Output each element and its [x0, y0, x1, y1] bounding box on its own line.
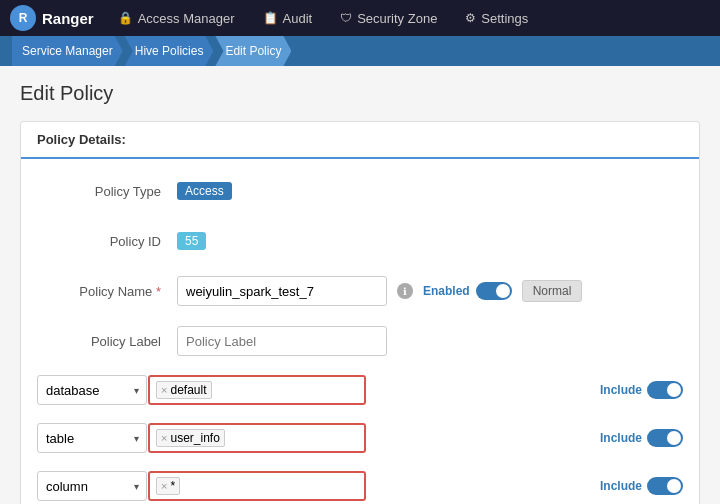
database-select-wrapper: database ▾: [37, 375, 127, 405]
column-include-knob: [667, 479, 681, 493]
column-tag-input[interactable]: × *: [148, 471, 366, 501]
brand-logo[interactable]: R Ranger: [10, 5, 94, 31]
nav-settings[interactable]: ⚙ Settings: [451, 0, 542, 36]
column-include-container: Include: [600, 477, 683, 495]
database-include-label: Include: [600, 383, 642, 397]
policy-id-row: Policy ID 55: [37, 225, 683, 257]
enabled-toggle[interactable]: [476, 282, 512, 300]
table-include-container: Include: [600, 429, 683, 447]
database-select[interactable]: database: [37, 375, 147, 405]
column-include-label: Include: [600, 479, 642, 493]
lock-icon: 🔒: [118, 11, 133, 25]
policy-type-row: Policy Type Access: [37, 175, 683, 207]
nav-audit[interactable]: 📋 Audit: [249, 0, 327, 36]
column-tag-input-field[interactable]: [183, 479, 358, 493]
database-include-knob: [667, 383, 681, 397]
column-include-toggle[interactable]: [647, 477, 683, 495]
table-select[interactable]: table: [37, 423, 147, 453]
table-tag-input[interactable]: × user_info: [148, 423, 366, 453]
brand-icon: R: [10, 5, 36, 31]
shield-icon: 🛡: [340, 11, 352, 25]
audit-icon: 📋: [263, 11, 278, 25]
policy-type-label: Policy Type: [37, 184, 177, 199]
column-tag-label: *: [171, 479, 176, 493]
nav-access-manager-label: Access Manager: [138, 11, 235, 26]
table-include-knob: [667, 431, 681, 445]
resource-row-table: table ▾ * × user_info: [37, 423, 683, 453]
brand-name: Ranger: [42, 10, 94, 27]
policy-label-row: Policy Label: [37, 325, 683, 357]
nav-settings-label: Settings: [481, 11, 528, 26]
table-select-wrapper: table ▾: [37, 423, 127, 453]
column-select-container: column ▾: [37, 471, 147, 501]
page-content: Edit Policy Policy Details: Policy Type …: [0, 66, 720, 504]
policy-name-controls: ℹ Enabled Normal: [177, 276, 683, 306]
nav-security-zone[interactable]: 🛡 Security Zone: [326, 0, 451, 36]
normal-button[interactable]: Normal: [522, 280, 583, 302]
database-tag-label: default: [171, 383, 207, 397]
policy-label-input[interactable]: [177, 326, 387, 356]
table-tag-user-info: × user_info: [156, 429, 225, 447]
table-tag-input-field[interactable]: [228, 431, 358, 445]
enabled-toggle-knob: [496, 284, 510, 298]
policy-name-info-icon[interactable]: ℹ: [397, 283, 413, 299]
policy-id-badge: 55: [177, 232, 206, 250]
breadcrumb-service-manager[interactable]: Service Manager: [12, 36, 123, 66]
policy-name-label: Policy Name: [37, 284, 177, 299]
enabled-toggle-container: Enabled: [423, 282, 512, 300]
column-select-wrapper: column ▾: [37, 471, 127, 501]
column-tag-star: × *: [156, 477, 180, 495]
top-navbar: R Ranger 🔒 Access Manager 📋 Audit 🛡 Secu…: [0, 0, 720, 36]
policy-type-controls: Access: [177, 182, 683, 200]
policy-id-label: Policy ID: [37, 234, 177, 249]
policy-id-controls: 55: [177, 232, 683, 250]
database-tag-area: × default: [148, 375, 366, 405]
nav-access-manager[interactable]: 🔒 Access Manager: [104, 0, 249, 36]
table-select-container: table ▾: [37, 423, 147, 453]
table-tag-area: × user_info: [148, 423, 366, 453]
column-select[interactable]: column: [37, 471, 147, 501]
card-header: Policy Details:: [21, 122, 699, 159]
enabled-label: Enabled: [423, 284, 470, 298]
policy-name-row: Policy Name ℹ Enabled Normal: [37, 275, 683, 307]
database-include-toggle[interactable]: [647, 381, 683, 399]
policy-card: Policy Details: Policy Type Access Polic…: [20, 121, 700, 504]
table-tag-label: user_info: [171, 431, 220, 445]
resource-row-column: column ▾ * × *: [37, 471, 683, 501]
policy-label-label: Policy Label: [37, 334, 177, 349]
database-tag-input[interactable]: × default: [148, 375, 366, 405]
breadcrumb-hive-policies[interactable]: Hive Policies: [125, 36, 214, 66]
page-title: Edit Policy: [20, 82, 700, 105]
database-tag-default: × default: [156, 381, 211, 399]
resource-row-database: database ▾ * × default: [37, 375, 683, 405]
breadcrumb-edit-policy[interactable]: Edit Policy: [215, 36, 291, 66]
table-tag-remove[interactable]: ×: [161, 432, 167, 444]
database-include-container: Include: [600, 381, 683, 399]
policy-type-badge: Access: [177, 182, 232, 200]
nav-security-zone-label: Security Zone: [357, 11, 437, 26]
gear-icon: ⚙: [465, 11, 476, 25]
policy-name-input[interactable]: [177, 276, 387, 306]
nav-audit-label: Audit: [283, 11, 313, 26]
column-tag-area: × *: [148, 471, 366, 501]
column-tag-remove[interactable]: ×: [161, 480, 167, 492]
table-include-label: Include: [600, 431, 642, 445]
database-tag-remove[interactable]: ×: [161, 384, 167, 396]
policy-label-controls: [177, 326, 683, 356]
table-include-toggle[interactable]: [647, 429, 683, 447]
card-body: Policy Type Access Policy ID 55 Policy N…: [21, 159, 699, 504]
breadcrumb: Service Manager Hive Policies Edit Polic…: [0, 36, 720, 66]
database-select-container: database ▾: [37, 375, 147, 405]
database-tag-input-field[interactable]: [215, 383, 359, 397]
